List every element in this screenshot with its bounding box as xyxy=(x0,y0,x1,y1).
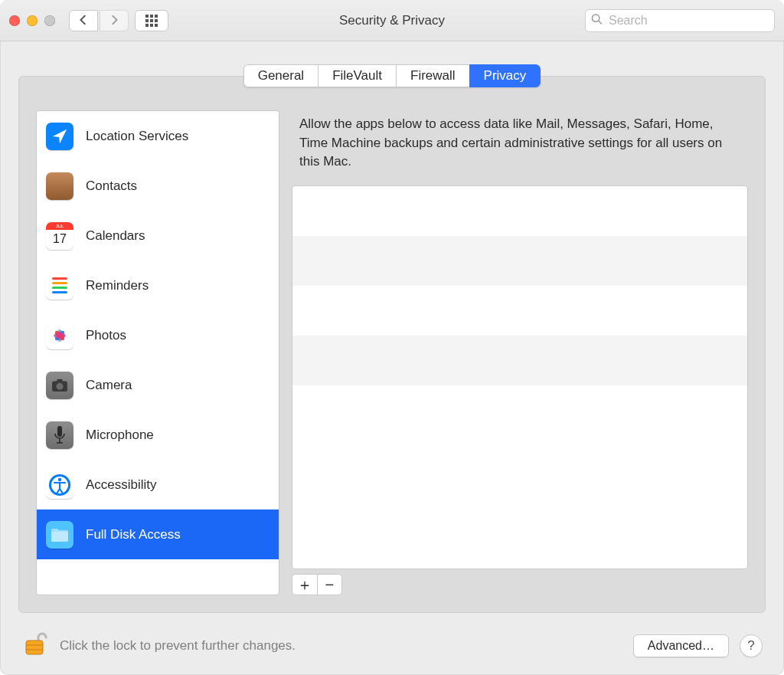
svg-rect-12 xyxy=(57,378,62,382)
content: General FileVault Firewall Privacy Locat… xyxy=(0,41,784,675)
sidebar-item-location-services[interactable]: Location Services xyxy=(37,111,279,161)
sidebar-item-accessibility[interactable]: Accessibility xyxy=(37,460,279,510)
tab-general[interactable]: General xyxy=(243,64,318,87)
tab-firewall[interactable]: Firewall xyxy=(396,64,469,87)
help-button[interactable]: ? xyxy=(740,634,763,657)
app-list[interactable] xyxy=(292,185,748,569)
sidebar-item-calendars[interactable]: JUL 17 Calendars xyxy=(37,211,279,260)
calendar-month: JUL xyxy=(46,222,74,230)
lock-button[interactable]: Click the lock to prevent further change… xyxy=(21,630,296,661)
reminders-icon xyxy=(46,272,74,300)
sidebar-item-label: Microphone xyxy=(86,428,154,443)
forward-button[interactable] xyxy=(100,10,129,31)
sidebar-item-contacts[interactable]: Contacts xyxy=(37,161,279,211)
sidebar-item-label: Accessibility xyxy=(86,477,157,493)
back-button[interactable] xyxy=(69,10,98,31)
add-remove-group: ＋ − xyxy=(292,574,342,595)
help-icon: ? xyxy=(747,638,754,654)
add-app-button[interactable]: ＋ xyxy=(292,575,318,595)
footer: Click the lock to prevent further change… xyxy=(18,613,766,661)
calendars-icon: JUL 17 xyxy=(46,222,74,250)
sidebar-item-label: Location Services xyxy=(86,129,188,144)
advanced-button[interactable]: Advanced… xyxy=(633,634,729,657)
full-disk-access-panel: Allow the apps below to access data like… xyxy=(292,110,748,595)
sidebar-item-photos[interactable]: Photos xyxy=(37,310,279,360)
preferences-window: Security & Privacy General FileVault Fir… xyxy=(0,0,784,675)
sidebar-item-label: Photos xyxy=(86,328,126,343)
svg-point-11 xyxy=(57,382,64,389)
sidebar-item-camera[interactable]: Camera xyxy=(37,360,279,410)
sidebar-item-label: Reminders xyxy=(86,278,149,293)
app-list-row xyxy=(292,186,747,236)
chevron-right-icon xyxy=(109,14,119,28)
tab-label: General xyxy=(258,68,304,84)
sidebar-item-reminders[interactable]: Reminders xyxy=(37,260,279,310)
chevron-left-icon xyxy=(79,14,88,28)
svg-line-1 xyxy=(599,21,602,24)
app-list-row xyxy=(292,236,747,286)
location-icon xyxy=(46,123,74,150)
search-input[interactable] xyxy=(585,9,775,32)
svg-rect-20 xyxy=(26,641,43,654)
camera-icon xyxy=(46,372,74,399)
tab-label: FileVault xyxy=(332,68,382,84)
tab-bar: General FileVault Firewall Privacy xyxy=(18,64,766,87)
contacts-icon xyxy=(46,172,74,200)
svg-point-18 xyxy=(58,477,61,480)
sidebar-item-label: Calendars xyxy=(86,228,145,244)
search-icon xyxy=(591,13,603,28)
microphone-icon xyxy=(46,421,74,449)
svg-point-0 xyxy=(592,14,599,21)
search-wrap xyxy=(585,9,775,32)
app-list-row xyxy=(292,286,747,336)
privacy-category-list[interactable]: Location Services Contacts JUL 17 Calend… xyxy=(36,110,279,595)
tab-privacy[interactable]: Privacy xyxy=(469,64,541,87)
svg-rect-13 xyxy=(57,426,62,437)
tab-label: Firewall xyxy=(410,68,456,84)
button-label: Advanced… xyxy=(648,639,714,652)
show-all-button[interactable] xyxy=(135,10,168,31)
minimize-window-button[interactable] xyxy=(27,15,38,26)
window-controls xyxy=(9,15,55,26)
sidebar-item-label: Full Disk Access xyxy=(86,527,181,542)
privacy-pane: Location Services Contacts JUL 17 Calend… xyxy=(18,76,766,613)
zoom-window-button[interactable] xyxy=(44,15,55,26)
lock-open-icon xyxy=(21,630,49,661)
grid-icon xyxy=(145,15,158,27)
svg-rect-19 xyxy=(51,532,68,542)
panel-description: Allow the apps below to access data like… xyxy=(299,115,736,172)
toolbar: Security & Privacy xyxy=(0,0,784,41)
tab-filevault[interactable]: FileVault xyxy=(318,64,396,87)
photos-icon xyxy=(46,322,74,349)
sidebar-item-label: Camera xyxy=(86,378,132,393)
folder-icon xyxy=(46,521,74,549)
lock-text: Click the lock to prevent further change… xyxy=(60,638,296,654)
minus-icon: − xyxy=(325,576,334,594)
sidebar-item-microphone[interactable]: Microphone xyxy=(37,410,279,460)
plus-icon: ＋ xyxy=(297,575,312,595)
accessibility-icon xyxy=(46,471,74,499)
sidebar-item-label: Contacts xyxy=(86,179,137,194)
app-list-row xyxy=(292,336,747,385)
sidebar-item-full-disk-access[interactable]: Full Disk Access xyxy=(37,510,279,559)
close-window-button[interactable] xyxy=(9,15,20,26)
tab-label: Privacy xyxy=(484,68,527,84)
remove-app-button[interactable]: − xyxy=(318,575,342,595)
nav-group xyxy=(69,10,129,31)
